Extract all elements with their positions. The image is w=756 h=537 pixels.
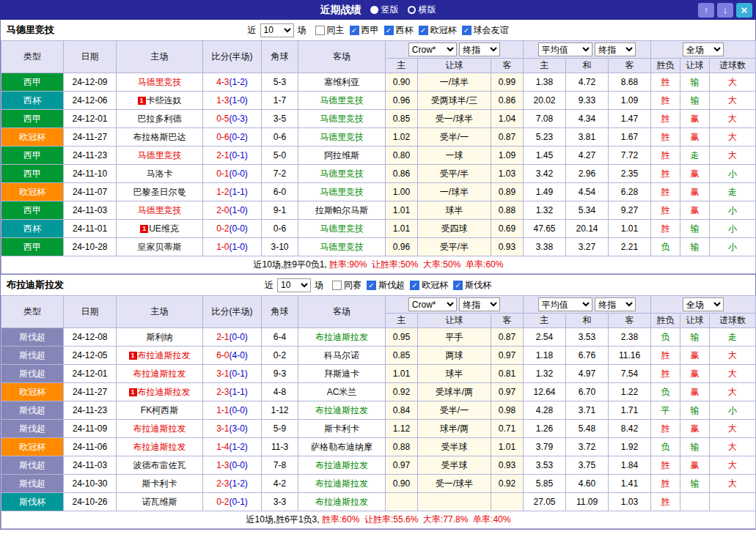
score: 0-5(0-3) [203,110,262,128]
filter-label: 西杯 [396,24,414,37]
move-up-button[interactable]: ↑ [698,3,714,18]
away-team-link[interactable]: 马德里竞技 [298,165,386,183]
away-team-link[interactable]: 布拉迪斯拉发 [298,401,386,420]
euro-time-select[interactable]: 终指 [595,42,636,56]
handicap-time-select[interactable]: 终指 [459,297,500,311]
home-team-link[interactable]: 巴黎圣日尔曼 [117,183,203,201]
away-team-link[interactable]: 布拉迪斯拉发 [298,475,386,493]
checkbox-icon[interactable]: ✓ [350,26,359,35]
filter-西甲[interactable]: ✓西甲 [350,24,379,37]
handicap-home-odds: 1.02 [386,128,418,147]
away-team-link[interactable]: 塞维利亚 [298,73,386,92]
home-team-link[interactable]: 马德里竞技 [117,147,203,165]
handicap-away-odds: 0.69 [491,220,524,238]
away-team-link[interactable]: 马德里竞技 [298,92,386,110]
result-goals: 大 [710,475,756,493]
home-team-link[interactable]: 1卡些连奴 [117,92,203,110]
home-team-link[interactable]: 巴拉多利德 [117,110,203,128]
home-team-link[interactable]: 1布拉迪斯拉发 [117,347,203,365]
scope-select[interactable]: 全场 [683,297,724,311]
home-team-link[interactable]: 布拉迪斯拉发 [117,420,203,438]
euro-home-odds: 1.32 [524,201,566,220]
away-team-link[interactable]: 马德里竞技 [298,183,386,201]
away-team-link[interactable]: 布拉迪斯拉发 [298,456,386,475]
match-count-select[interactable]: 10 [277,278,311,292]
euro-home-odds: 1.49 [524,183,566,201]
checkbox-icon[interactable]: ✓ [410,281,419,290]
away-team-link[interactable]: AC米兰 [298,383,386,401]
away-team-link[interactable]: 布拉迪斯拉发 [298,493,386,511]
fulltime-score: 1-1 [216,405,229,415]
filter-球会友谊[interactable]: ✓球会友谊 [462,24,509,37]
scope-select[interactable]: 全场 [683,42,724,56]
home-team-link[interactable]: 马德里竞技 [117,73,203,92]
euro-average-select[interactable]: 平均值 [538,42,592,56]
home-team-link[interactable]: 1UE维克 [117,220,203,238]
match-date: 24-11-23 [64,147,117,165]
filter-欧冠杯[interactable]: ✓欧冠杯 [410,279,448,292]
filter-西杯[interactable]: ✓西杯 [384,24,414,37]
handicap-away-odds: 1.03 [491,165,524,183]
home-team-link[interactable]: 马德里竞技 [117,201,203,220]
handicap-time-select[interactable]: 终指 [459,42,500,56]
home-team-link[interactable]: 斯卡利卡 [117,475,203,493]
away-team-link[interactable]: 阿拉维斯 [298,147,386,165]
col-header-score: 比分(半场) [203,41,262,73]
home-team-link[interactable]: 1布拉迪斯拉发 [117,383,203,401]
away-team-link[interactable]: 斯卡利卡 [298,420,386,438]
away-team-link[interactable]: 马德里竞技 [298,220,386,238]
radio-unselected-icon[interactable] [370,6,378,14]
filter-斯伐杯[interactable]: ✓斯伐杯 [453,279,491,292]
home-team-link[interactable]: 布拉迪斯拉发 [117,438,203,456]
home-team-link[interactable]: 诺瓦维斯 [117,493,203,511]
halftime-score: (0-1) [230,150,248,160]
away-team-link[interactable]: 拉斯帕尔马斯 [298,201,386,220]
home-team-link[interactable]: 皇家贝蒂斯 [117,238,203,256]
checkbox-icon[interactable]: ✓ [453,281,463,290]
checkbox-icon[interactable]: ✓ [419,26,428,35]
away-team-link[interactable]: 科马尔诺 [298,347,386,365]
match-row: 西甲24-11-03马德里竞技2-0(1-0)9-1拉斯帕尔马斯1.01球半0.… [1,201,756,220]
away-team-link[interactable]: 马德里竞技 [298,110,386,128]
away-team-link[interactable]: 马德里竞技 [298,238,386,256]
away-team-link[interactable]: 布拉迪斯拉发 [298,328,386,347]
layout-vertical-radio[interactable]: 竖版 [370,4,399,16]
checkbox-icon[interactable] [315,26,325,35]
checkbox-icon[interactable]: ✓ [384,26,394,35]
move-down-button[interactable]: ↓ [717,3,733,18]
away-team-link[interactable]: 马德里竞技 [298,128,386,147]
match-count-select[interactable]: 10 [260,23,294,37]
col-header-euro-home: 主 [524,59,566,73]
away-team-link[interactable]: 拜斯迪卡 [298,365,386,383]
euro-average-select[interactable]: 平均值 [538,297,592,311]
filter-同主[interactable]: 同主 [315,24,345,37]
euro-draw-odds: 4.54 [566,183,609,201]
bookmaker-select[interactable]: Crow* [408,297,457,311]
home-team-link[interactable]: FK柯西斯 [117,401,203,420]
checkbox-icon[interactable]: ✓ [462,26,471,35]
checkbox-icon[interactable]: ✓ [367,281,376,290]
filter-斯伐超[interactable]: ✓斯伐超 [367,279,405,292]
home-team-link[interactable]: 波德布雷佐瓦 [117,456,203,475]
layout-horizontal-radio[interactable]: 横版 [408,4,436,16]
fulltime-score: 2-1 [216,332,229,342]
col-header-away: 客场 [298,296,386,328]
euro-time-select[interactable]: 终指 [595,297,636,311]
match-row: 欧冠杯24-11-07巴黎圣日尔曼1-2(1-1)6-0马德里竞技1.00一/球… [1,183,756,201]
home-team-link[interactable]: 斯利纳 [117,328,203,347]
checkbox-icon[interactable] [332,281,342,290]
filter-同赛[interactable]: 同赛 [332,279,362,292]
filter-欧冠杯[interactable]: ✓欧冠杯 [419,24,457,37]
match-date: 24-11-01 [64,220,117,238]
home-team-link[interactable]: 马洛卡 [117,165,203,183]
home-team-link[interactable]: 布拉格斯巴达 [117,128,203,147]
team-section-bratislava: 布拉迪斯拉发 近 10 场 同赛✓斯伐超✓欧冠杯✓斯伐杯 类型 日期 主场 [0,275,756,530]
col-header-euro-home: 主 [524,314,566,328]
bookmaker-select[interactable]: Crow* [408,42,457,56]
radio-selected-icon[interactable] [408,6,416,14]
home-team-link[interactable]: 布拉迪斯拉发 [117,365,203,383]
fulltime-score: 0-1 [216,168,229,179]
handicap-line: 球半 [418,365,491,383]
away-team-link[interactable]: 萨格勒布迪纳摩 [298,438,386,456]
close-button[interactable]: × [736,3,752,18]
